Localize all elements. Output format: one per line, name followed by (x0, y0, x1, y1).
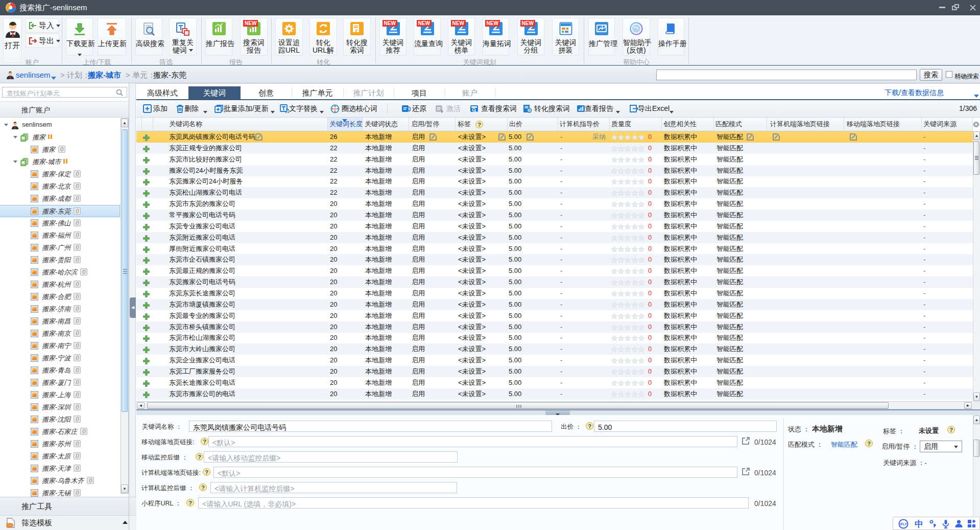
svg-text:iFLY: iFLY (900, 522, 907, 526)
